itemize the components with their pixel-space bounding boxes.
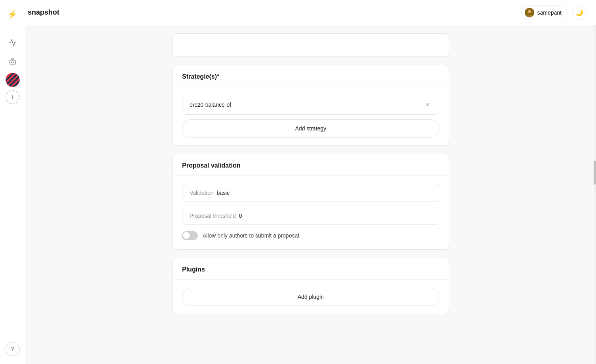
sidebar-help-button[interactable]: ?: [6, 342, 20, 356]
authors-toggle[interactable]: [182, 231, 198, 240]
user-name: samepant: [537, 9, 562, 16]
plugins-section-card: Plugins Add plugin: [172, 258, 449, 314]
plus-icon: +: [10, 93, 15, 102]
validation-label: Validation: [190, 190, 213, 196]
toggle-label: Allow only authors to submit a proposal: [203, 232, 299, 239]
page-title: snapshot: [28, 8, 59, 17]
authors-toggle-row: Allow only authors to submit a proposal: [182, 230, 439, 241]
proposal-threshold-value: 0: [239, 213, 242, 219]
sidebar-item-activity[interactable]: [5, 35, 21, 51]
strategy-tag-erc20: erc20-balance-of ×: [182, 95, 439, 115]
avatar: [525, 8, 534, 17]
user-menu-button[interactable]: samepant: [521, 5, 568, 20]
header-right: samepant 🌙: [521, 5, 587, 20]
plugins-section-header: Plugins: [173, 258, 449, 280]
svg-point-5: [528, 10, 531, 13]
sidebar: ⚡ + ?: [0, 0, 25, 364]
content-inner: Strategie(s)* erc20-balance-of × Add str…: [172, 25, 449, 338]
proposal-threshold-label: Proposal threshold: [190, 213, 236, 219]
strategy-tag-name: erc20-balance-of: [190, 102, 231, 108]
question-icon: ?: [11, 346, 14, 352]
remove-strategy-button[interactable]: ×: [423, 101, 432, 109]
sidebar-add-button[interactable]: +: [6, 90, 20, 104]
theme-toggle-button[interactable]: 🌙: [572, 6, 587, 20]
moon-icon: 🌙: [575, 9, 583, 16]
strategies-title: Strategie(s)*: [182, 73, 219, 80]
validation-field-row[interactable]: Validation basic: [182, 184, 439, 202]
dao-avatar: [6, 73, 20, 87]
proposal-validation-title: Proposal validation: [182, 162, 241, 169]
svg-point-1: [11, 62, 12, 63]
sidebar-item-bot[interactable]: [5, 54, 21, 70]
proposal-validation-section-card: Proposal validation Validation basic Pro…: [172, 154, 449, 250]
add-plugin-button[interactable]: Add plugin: [182, 288, 439, 306]
scrollbar-thumb[interactable]: [594, 161, 596, 185]
strategies-section-header: Strategie(s)*: [173, 65, 449, 87]
toggle-thumb: [183, 232, 190, 239]
scrollbar-track: [594, 25, 596, 364]
add-strategy-button[interactable]: Add strategy: [182, 119, 439, 138]
proposal-validation-body: Validation basic Proposal threshold 0 Al…: [173, 176, 449, 249]
header: ⚡ snapshot samepant 🌙: [0, 0, 596, 25]
proposal-validation-header: Proposal validation: [173, 154, 449, 176]
main-content: Strategie(s)* erc20-balance-of × Add str…: [25, 25, 596, 364]
plugins-title: Plugins: [182, 266, 205, 273]
robot-icon: [9, 58, 17, 66]
strategies-section-body: erc20-balance-of × Add strategy: [173, 87, 449, 145]
sidebar-item-dao[interactable]: [6, 73, 20, 87]
activity-icon: [9, 39, 17, 47]
strategies-section-card: Strategie(s)* erc20-balance-of × Add str…: [172, 65, 449, 146]
lightning-icon: ⚡: [8, 9, 17, 19]
plugins-section-body: Add plugin: [173, 280, 449, 314]
svg-point-2: [13, 62, 14, 63]
svg-rect-0: [9, 60, 15, 64]
proposal-threshold-field-row[interactable]: Proposal threshold 0: [182, 207, 439, 225]
validation-value: basic: [216, 190, 230, 196]
partial-section-card: [172, 33, 449, 57]
avatar-image: [525, 8, 534, 17]
partial-section-body: [173, 34, 449, 57]
sidebar-logo[interactable]: ⚡: [5, 6, 21, 22]
